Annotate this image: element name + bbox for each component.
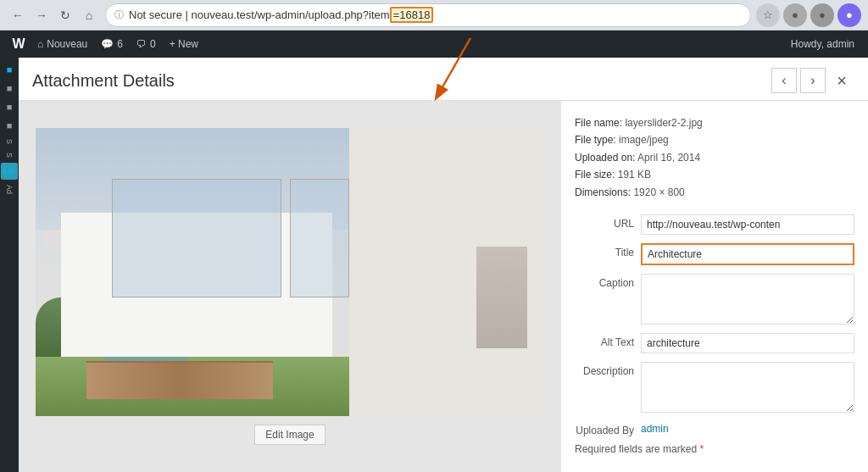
howdy-label: Howdy, admin (791, 38, 861, 50)
modal-navigation: ‹ › × (771, 68, 854, 93)
refresh-button[interactable]: ↻ (54, 4, 76, 26)
title-input[interactable] (641, 243, 854, 265)
wp-admin-bar: W ⌂ Nouveau 💬 6 🗩 0 + New Howdy, admin (0, 31, 868, 58)
next-attachment-button[interactable]: › (800, 68, 826, 93)
uploaded-on-row: Uploaded on: April 16, 2014 (575, 149, 854, 166)
house-scene (36, 128, 544, 416)
modal-body: Edit Image File name: layerslider2-2.jpg… (19, 101, 868, 472)
file-name-label: File name: (575, 117, 622, 129)
sidebar-icon-plugins[interactable]: Lib (1, 163, 18, 180)
sidebar-icon-dashboard[interactable]: ■ (1, 61, 18, 78)
comment-icon: 💬 (101, 38, 114, 50)
alt-text-label: Alt Text (575, 333, 634, 348)
alt-text-input[interactable] (641, 333, 854, 353)
wp-sidebar: ■ ■ ■ ■ S S Lib Ad (0, 58, 19, 472)
url-input[interactable] (641, 214, 854, 235)
star-button[interactable]: ☆ (756, 3, 780, 27)
sidebar-icon-posts[interactable]: ■ (1, 80, 18, 97)
file-size-label: File size: (575, 169, 615, 180)
file-name-value: layerslider2-2.jpg (625, 117, 702, 129)
file-type-value: image/jpeg (619, 134, 669, 146)
file-info: File name: layerslider2-2.jpg File type:… (575, 114, 854, 201)
dimensions-value: 1920 × 800 (633, 186, 684, 198)
profile-avatar[interactable]: ● (837, 3, 861, 27)
browser-nav-buttons: ← → ↻ ⌂ (7, 4, 100, 26)
forward-button[interactable]: → (31, 4, 53, 26)
dimensions-label: Dimensions: (575, 186, 631, 198)
image-section: Edit Image (19, 101, 561, 472)
browser-chrome: ← → ↻ ⌂ ⓘ Not secure | nouveau.test/wp-a… (0, 0, 868, 31)
browser-actions: ☆ ● ● ● (756, 3, 861, 27)
sidebar-label-ad[interactable]: Ad (3, 181, 15, 197)
wp-wrapper: ■ ■ ■ ■ S S Lib Ad Attachment Details ‹ … (0, 58, 868, 472)
file-name-row: File name: layerslider2-2.jpg (575, 114, 854, 131)
lock-icon: ⓘ (114, 8, 124, 21)
file-type-label: File type: (575, 134, 616, 146)
new-content-item[interactable]: + New (163, 38, 205, 50)
modal-title: Attachment Details (32, 71, 175, 91)
edit-image-button[interactable]: Edit Image (254, 425, 325, 445)
wp-logo[interactable]: W (7, 31, 31, 58)
alt-text-field-row: Alt Text (575, 333, 854, 353)
uploaded-on-label: Uploaded on: (575, 152, 635, 164)
uploaded-on-value: April 16, 2014 (637, 152, 700, 164)
title-field-row: Title (575, 243, 854, 265)
address-bar[interactable]: ⓘ Not secure | nouveau.test/wp-admin/upl… (105, 3, 751, 27)
uploaded-by-row: Uploaded By admin (575, 421, 854, 436)
attachment-image (36, 128, 544, 416)
caption-textarea[interactable] (641, 274, 854, 325)
sidebar-icon-media[interactable]: ■ (1, 98, 18, 115)
file-type-row: File type: image/jpeg (575, 131, 854, 148)
caption-label: Caption (575, 274, 634, 289)
description-label: Description (575, 362, 634, 377)
details-section: File name: layerslider2-2.jpg File type:… (561, 101, 868, 472)
bubble-icon: 🗩 (136, 38, 147, 50)
home-button[interactable]: ⌂ (78, 4, 100, 26)
file-size-row: File size: 191 KB (575, 166, 854, 183)
sidebar-label-s2[interactable]: S (3, 149, 15, 161)
attachment-modal: Attachment Details ‹ › × (19, 58, 868, 472)
home-icon: ⌂ (37, 38, 43, 50)
dimensions-row: Dimensions: 1920 × 800 (575, 184, 854, 201)
address-text: Not secure | nouveau.test/wp-admin/uploa… (129, 8, 742, 21)
uploaded-by-label: Uploaded By (575, 421, 634, 436)
profile-btn-2[interactable]: ● (810, 3, 834, 27)
caption-field-row: Caption (575, 274, 854, 325)
prev-attachment-button[interactable]: ‹ (771, 68, 797, 93)
required-note: Required fields are marked * (575, 443, 854, 455)
wp-content: Attachment Details ‹ › × (19, 58, 868, 472)
comments-item[interactable]: 💬 6 (94, 38, 130, 50)
url-label: URL (575, 214, 634, 230)
title-label: Title (575, 243, 634, 258)
modal-header: Attachment Details ‹ › × (19, 58, 868, 101)
bubble-item[interactable]: 🗩 0 (130, 38, 163, 50)
site-name-item[interactable]: ⌂ Nouveau (31, 38, 94, 50)
url-field-row: URL (575, 214, 854, 235)
close-modal-button[interactable]: × (829, 68, 854, 93)
file-size-value: 191 KB (618, 169, 651, 180)
back-button[interactable]: ← (7, 4, 29, 26)
profile-btn-1[interactable]: ● (783, 3, 807, 27)
sidebar-label-s1[interactable]: S (3, 136, 15, 147)
description-textarea[interactable] (641, 362, 854, 413)
uploaded-by-value: admin (641, 423, 669, 435)
description-field-row: Description (575, 362, 854, 413)
sidebar-icon-pages[interactable]: ■ (1, 117, 18, 134)
